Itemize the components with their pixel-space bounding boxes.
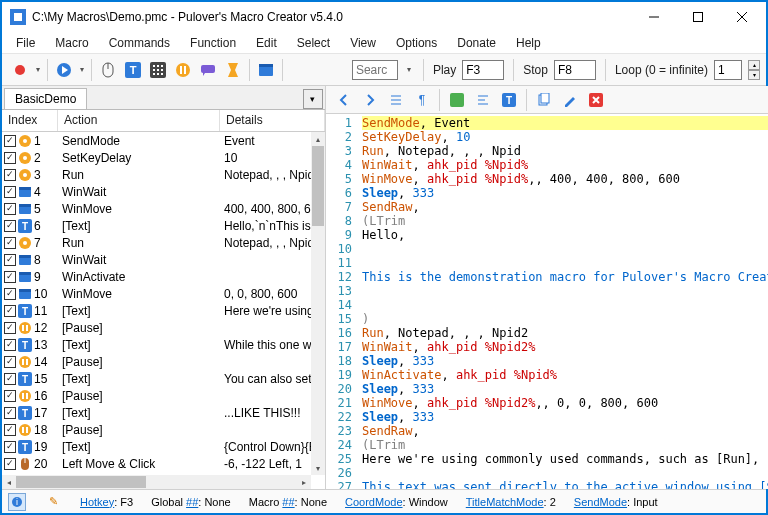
row-checkbox[interactable]: ✓ bbox=[4, 458, 16, 470]
message-tool-icon[interactable] bbox=[196, 58, 220, 82]
menu-options[interactable]: Options bbox=[388, 34, 445, 52]
row-checkbox[interactable]: ✓ bbox=[4, 237, 16, 249]
row-index: 19 bbox=[34, 440, 47, 454]
minimize-button[interactable] bbox=[632, 3, 676, 31]
col-action[interactable]: Action bbox=[58, 110, 220, 131]
window-tool-icon[interactable] bbox=[254, 58, 278, 82]
row-checkbox[interactable]: ✓ bbox=[4, 390, 16, 402]
table-row[interactable]: ✓T6[Text]Hello,`n`nThis is th bbox=[2, 217, 325, 234]
copy-icon[interactable] bbox=[532, 88, 556, 112]
maximize-button[interactable] bbox=[676, 3, 720, 31]
text-tool-icon[interactable]: T bbox=[121, 58, 145, 82]
code-area[interactable]: SendMode, EventSetKeyDelay, 10Run, Notep… bbox=[358, 114, 768, 489]
record-dropdown[interactable]: ▾ bbox=[33, 65, 43, 74]
table-row[interactable]: ✓9WinActivate bbox=[2, 268, 325, 285]
timer-tool-icon[interactable] bbox=[221, 58, 245, 82]
table-row[interactable]: ✓T13[Text]While this one was bbox=[2, 336, 325, 353]
row-checkbox[interactable]: ✓ bbox=[4, 407, 16, 419]
grid-tool-icon[interactable] bbox=[146, 58, 170, 82]
align-icon[interactable] bbox=[471, 88, 495, 112]
menu-macro[interactable]: Macro bbox=[47, 34, 96, 52]
search-field[interactable] bbox=[352, 60, 398, 80]
pilcrow-icon[interactable]: ¶ bbox=[410, 88, 434, 112]
svg-text:T: T bbox=[506, 95, 512, 106]
table-row[interactable]: ✓16[Pause] bbox=[2, 387, 325, 404]
status-global: Global ##: None bbox=[151, 496, 231, 508]
highlight-icon[interactable] bbox=[445, 88, 469, 112]
col-details[interactable]: Details bbox=[220, 110, 325, 131]
play-dropdown[interactable]: ▾ bbox=[77, 65, 87, 74]
svg-point-54 bbox=[19, 356, 31, 368]
menu-commands[interactable]: Commands bbox=[101, 34, 178, 52]
menu-file[interactable]: File bbox=[8, 34, 43, 52]
play-hotkey-field[interactable] bbox=[462, 60, 504, 80]
row-checkbox[interactable]: ✓ bbox=[4, 288, 16, 300]
menu-donate[interactable]: Donate bbox=[449, 34, 504, 52]
stop-hotkey-field[interactable] bbox=[554, 60, 596, 80]
edit-icon[interactable] bbox=[558, 88, 582, 112]
row-checkbox[interactable]: ✓ bbox=[4, 441, 16, 453]
menu-function[interactable]: Function bbox=[182, 34, 244, 52]
row-index: 12 bbox=[34, 321, 47, 335]
table-row[interactable]: ✓7RunNotepad, , , Npid2 bbox=[2, 234, 325, 251]
table-row[interactable]: ✓1SendModeEvent bbox=[2, 132, 325, 149]
mouse-tool-icon[interactable] bbox=[96, 58, 120, 82]
right-icon[interactable] bbox=[358, 88, 382, 112]
table-row[interactable]: ✓T15[Text]You can also set th bbox=[2, 370, 325, 387]
row-checkbox[interactable]: ✓ bbox=[4, 322, 16, 334]
menu-view[interactable]: View bbox=[342, 34, 384, 52]
table-row[interactable]: ✓8WinWait bbox=[2, 251, 325, 268]
row-checkbox[interactable]: ✓ bbox=[4, 373, 16, 385]
row-checkbox[interactable]: ✓ bbox=[4, 356, 16, 368]
pause-tool-icon[interactable] bbox=[171, 58, 195, 82]
table-row[interactable]: ✓14[Pause] bbox=[2, 353, 325, 370]
svg-rect-20 bbox=[161, 73, 163, 75]
table-row[interactable]: ✓18[Pause] bbox=[2, 421, 325, 438]
table-row[interactable]: ✓4WinWait bbox=[2, 183, 325, 200]
edit-status-icon[interactable]: ✎ bbox=[44, 493, 62, 511]
row-checkbox[interactable]: ✓ bbox=[4, 254, 16, 266]
table-row[interactable]: ✓20Left Move & Click-6, -122 Left, 1 bbox=[2, 455, 325, 472]
macro-tab[interactable]: BasicDemo bbox=[4, 88, 87, 109]
delete-icon[interactable] bbox=[584, 88, 608, 112]
search-dropdown[interactable]: ▾ bbox=[404, 65, 414, 74]
left-icon[interactable] bbox=[332, 88, 356, 112]
play-button-icon[interactable] bbox=[52, 58, 76, 82]
row-checkbox[interactable]: ✓ bbox=[4, 305, 16, 317]
vertical-scrollbar[interactable]: ▴ ▾ bbox=[311, 132, 325, 475]
table-row[interactable]: ✓T19[Text]{Control Down}{En bbox=[2, 438, 325, 455]
row-checkbox[interactable]: ✓ bbox=[4, 169, 16, 181]
table-row[interactable]: ✓3RunNotepad, , , Npid bbox=[2, 166, 325, 183]
table-row[interactable]: ✓2SetKeyDelay10 bbox=[2, 149, 325, 166]
loop-count-field[interactable] bbox=[714, 60, 742, 80]
tab-menu-button[interactable]: ▾ bbox=[303, 89, 323, 109]
table-row[interactable]: ✓12[Pause] bbox=[2, 319, 325, 336]
row-checkbox[interactable]: ✓ bbox=[4, 152, 16, 164]
col-index[interactable]: Index bbox=[2, 110, 58, 131]
table-row[interactable]: ✓5WinMove400, 400, 800, 600 bbox=[2, 200, 325, 217]
horizontal-scrollbar[interactable]: ◂ ▸ bbox=[2, 475, 311, 489]
svg-text:T: T bbox=[22, 340, 28, 351]
info-icon[interactable]: i bbox=[8, 493, 26, 511]
loop-spinner[interactable]: ▴▾ bbox=[748, 60, 760, 80]
row-checkbox[interactable]: ✓ bbox=[4, 186, 16, 198]
row-checkbox[interactable]: ✓ bbox=[4, 424, 16, 436]
row-checkbox[interactable]: ✓ bbox=[4, 135, 16, 147]
row-type-icon: T bbox=[18, 219, 32, 233]
indent-icon[interactable] bbox=[384, 88, 408, 112]
menu-select[interactable]: Select bbox=[289, 34, 338, 52]
row-checkbox[interactable]: ✓ bbox=[4, 271, 16, 283]
row-checkbox[interactable]: ✓ bbox=[4, 220, 16, 232]
table-row[interactable]: ✓T17[Text]...LIKE THIS!!! bbox=[2, 404, 325, 421]
row-details: You can also set th bbox=[220, 372, 325, 386]
row-details: Event bbox=[220, 134, 325, 148]
text-format-icon[interactable]: T bbox=[497, 88, 521, 112]
table-row[interactable]: ✓10WinMove0, 0, 800, 600 bbox=[2, 285, 325, 302]
menu-edit[interactable]: Edit bbox=[248, 34, 285, 52]
row-checkbox[interactable]: ✓ bbox=[4, 339, 16, 351]
menu-help[interactable]: Help bbox=[508, 34, 549, 52]
close-button[interactable] bbox=[720, 3, 764, 31]
record-button[interactable] bbox=[8, 58, 32, 82]
row-checkbox[interactable]: ✓ bbox=[4, 203, 16, 215]
table-row[interactable]: ✓T11[Text]Here we're using c bbox=[2, 302, 325, 319]
